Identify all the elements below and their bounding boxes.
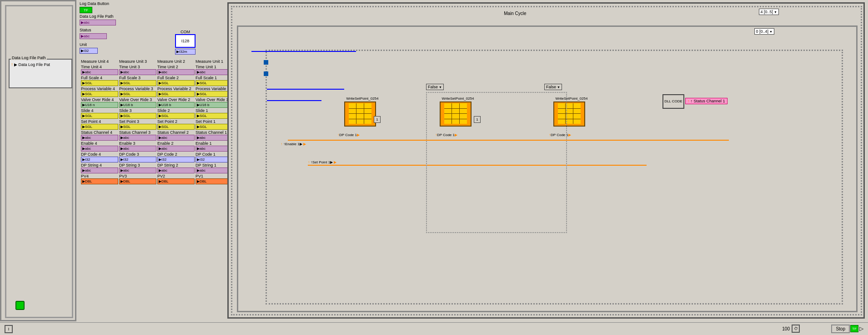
col2-valve-val: ▶U16 b [157,102,195,108]
col2-pv-label: Process Variable 2 [157,86,195,91]
col4-pv4-val: ▶DBL [81,178,118,184]
col2-status-val: ▶abc [157,135,195,141]
range-0-04-value: 0 [0..4] [756,29,769,34]
left-outer-panel: Data Log File Path ↑ ▶ Data Log File Pat [0,0,76,321]
col2-slide-label: Slide 2 [157,108,195,113]
col3-fullscale-label: Full Scale 3 [119,76,156,80]
col3-slide-label: Slide 3 [119,108,156,113]
false-value-1: False [428,85,438,89]
channel-col-2: Measure Unit 2 Time Unit 2 ▶abc Full Sca… [157,59,195,185]
data-log-file-path-label: Data Log File Path [11,56,47,60]
col2-dpstring-val: ▶abc [157,168,195,173]
col4-dpstring-label: DP String 4 [81,163,118,168]
enable-label: ↑ ↑Enable 1▶ ▶ [281,142,306,146]
col3-pv-val: ▶SGL [119,91,156,97]
col4-pv-val: ▶SGL [81,91,118,97]
log-data-tf[interactable]: TF [80,7,92,13]
col4-enable-val: ▶abc [81,146,118,152]
main-cycle-label: Main Cycle [504,11,526,16]
col3-setpoint-val: ▶SGL [119,124,156,130]
col3-slide-val: ▶SGL [119,113,156,119]
col2-enable-label: Enable 2 [157,141,195,146]
col3-time-label: Time Unit 3 [119,65,156,69]
range-4-05-dropdown[interactable]: 4 [0..5] ▼ [759,9,779,15]
data-log-file-path-top: Data Log File Path [80,14,114,19]
col4-valve-label: Valve Over Ride 4 [81,97,118,102]
col4-pv4-label: PV4 [81,174,118,178]
progress-number: 100 [782,326,790,331]
value-1-box-1: 1 [374,116,381,123]
col4-status-val: ▶abc [81,135,118,141]
status-bar-i: I [8,327,10,331]
status-channel-1-text: ↑ Status Channel 1 [691,99,725,103]
col3-status-label: Status Channel 3 [119,130,156,135]
status-channel-1-label: ↑ ↑ Status Channel 1 [685,98,728,104]
main-container: Data Log File Path ↑ ▶ Data Log File Pat… [0,0,868,335]
col3-setpoint-label: Set Point 3 [119,119,156,124]
data-log-file-path-box: Data Log File Path ↑ ▶ Data Log File Pat [9,59,72,88]
wsp1-label: WriteSetPoint_0254 [344,96,381,101]
channel-col-3: Measure Unit 3 Time Unit 3 ▶abc Full Sca… [119,59,156,185]
col4-status-label: Status Channel 4 [81,130,118,135]
col2-dpcode-val: ▶I32 [157,157,195,162]
col3-status-val: ▶abc [119,135,156,141]
col2-time-val: ▶abc [157,69,195,75]
col4-valve-val: ▶U16 n [81,102,118,108]
inner-diagram-frame: 0 [0..4] ▼ True ▼ Channel 1 0 [0..5] ▼ [237,25,858,312]
com-box[interactable]: I128 [175,34,196,48]
left-inner-panel: Data Log File Path ↑ ▶ Data Log File Pat [5,5,73,318]
col3-dpstring-label: DP String 3 [119,163,156,168]
stop-button[interactable]: Stop [831,325,850,333]
green-indicator-left[interactable] [15,301,25,310]
false-label-1[interactable]: False ▼ [426,84,444,90]
blue-wire-h2 [267,100,321,101]
tf-green-box: TF [850,325,858,332]
data-log-arrow: ↑ ▶ Data Log File Pat [11,62,50,67]
blue-square-top [264,60,268,65]
col4-dpcode-val: ▶I32 [81,157,118,162]
col4-dpcode-label: DP Code 4 [81,152,118,157]
col2-setpoint-val: ▶SGL [157,124,195,130]
com-label: COM [175,30,196,34]
stop-tf-indicator: TF ▷ [850,325,863,332]
col2-time-label: Time Unit 2 [157,65,195,69]
stop-label: Stop [836,326,845,331]
col3-dpcode-label: DP Code 3 [119,152,156,157]
col3-pv-label: Process Variable 3 [119,86,156,91]
com-i32m: ▶I32m [175,49,196,55]
col4-header: Measure Unit 4 [81,59,118,64]
col4-fullscale-label: Full Scale 4 [81,76,118,80]
col3-pv3-label: PV3 [119,174,156,178]
inner-loop-frame: WriteSetPoint_0254 ↑DP Code 1▶ [266,50,843,305]
col4-dpstring-val: ▶abc [81,168,118,173]
canvas-area: Main Cycle 4 [0..5] ▼ 0 [0..4] ▼ True ▼ [227,2,865,319]
false-label-2[interactable]: False ▼ [544,84,562,90]
col3-valve-val: ▶U16 b [119,102,156,108]
dll-code-box: DLL CODE [662,94,684,109]
col3-enable-label: Enable 3 [119,141,156,146]
col4-slide-val: ▶SGL [81,113,118,119]
status-abc: ▶abc [80,33,107,39]
log-data-button-label: Log Data Button [80,1,109,6]
col2-dpcode-label: DP Code 2 [157,152,195,157]
main-cycle-frame: Main Cycle 4 [0..5] ▼ 0 [0..4] ▼ True ▼ [231,6,862,315]
col2-valve-label: Valve Over Ride 2 [157,97,195,102]
col3-time-val: ▶abc [119,69,156,75]
middle-subframe [426,92,567,233]
col3-header: Measure Unit 3 [119,59,156,64]
col4-time-val: ▶abc [81,69,118,75]
data-log-path-value: ▶ Data Log File Pat [14,62,50,67]
unit-label: Unit [80,42,87,47]
col4-pv-label: Process Variable 4 [81,86,118,91]
col4-setpoint-label: Set Point 4 [81,119,118,124]
col2-pv2-label: PV2 [157,174,195,178]
com-section: COM I128 ▶I32m [175,30,196,55]
status-bar-indicator[interactable]: I [5,325,13,333]
set-point-label: ↑ ↑Set Point 1▶ ▶ [308,160,336,164]
range-0-04-dropdown[interactable]: 0 [0..4] ▼ [754,28,774,35]
col3-fullscale-val: ▶SGL [119,80,156,86]
col2-enable-val: ▶abc [157,146,195,152]
col2-status-label: Status Channel 2 [157,130,195,135]
col2-pv2-val: ▶DBL [157,178,195,184]
timer-icon[interactable]: ⏱ [792,325,800,333]
